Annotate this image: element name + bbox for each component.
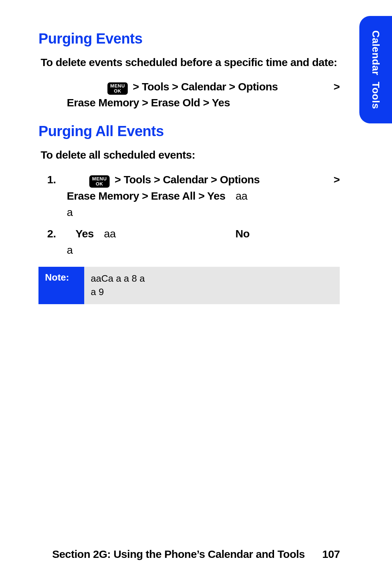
path-trail-gt: > — [334, 79, 340, 95]
note-line1: aaCa a a 8 a — [91, 272, 333, 286]
content-area: Purging Events To delete events schedule… — [38, 30, 340, 304]
note-body: aaCa a a 8 a a 9 — [84, 267, 340, 304]
intro-purging-events: To delete events scheduled before a spec… — [41, 56, 340, 69]
menu-icon-top: MENU — [107, 82, 128, 88]
steps-list: 1. > MENU OK > Tools > Calendar > Option… — [47, 171, 340, 258]
step-1: 1. > MENU OK > Tools > Calendar > Option… — [47, 171, 340, 220]
step-number: 2. — [47, 225, 56, 242]
step1-line1: > Tools > Calendar > Options — [112, 173, 260, 185]
step-number: 1. — [47, 171, 56, 188]
step1-trail-gt: > — [334, 171, 340, 188]
menu-path-line2: Erase Memory > Erase Old > Yes — [67, 95, 340, 111]
step1-line2b: aa — [236, 190, 247, 202]
page-footer: Section 2G: Using the Phone’s Calendar a… — [0, 548, 392, 560]
note-line2: a 9 — [91, 285, 333, 299]
menu-icon-bottom: OK — [89, 181, 110, 186]
heading-purging-events: Purging Events — [38, 30, 340, 47]
side-tab-label: CalendarTools — [370, 30, 381, 109]
heading-purging-all-events: Purging All Events — [38, 123, 340, 139]
menu-icon-bottom: OK — [107, 88, 128, 93]
step2-line2: a — [67, 242, 340, 258]
menu-path-purging-events: > MENU OK > Tools > Calendar > Options E… — [67, 79, 340, 111]
menu-ok-icon: MENU OK — [89, 175, 110, 188]
menu-ok-icon: MENU OK — [107, 82, 128, 95]
side-tab-text-2: Tools — [370, 82, 381, 109]
note-label: Note: — [38, 267, 84, 304]
step1-line2a: Erase Memory > Erase All > Yes — [67, 190, 225, 202]
side-tab-text-1: Calendar — [370, 30, 381, 75]
page-number: 107 — [322, 548, 340, 560]
note-box: Note: aaCa a a 8 a a 9 — [38, 267, 340, 304]
side-tab: CalendarTools — [359, 16, 392, 123]
step2-no: No — [236, 228, 250, 240]
step2-yes: Yes — [75, 228, 94, 240]
step-2: 2. YesaaNo a — [47, 225, 340, 258]
page: CalendarTools Purging Events To delete e… — [0, 0, 392, 588]
menu-path-line1: > Tools > Calendar > Options — [130, 81, 278, 93]
step1-line3: a — [67, 204, 340, 220]
step2-mid: aa — [104, 228, 115, 240]
intro-purging-all-events: To delete all scheduled events: — [41, 149, 340, 161]
menu-icon-top: MENU — [89, 175, 110, 181]
footer-text: Section 2G: Using the Phone’s Calendar a… — [52, 548, 305, 560]
